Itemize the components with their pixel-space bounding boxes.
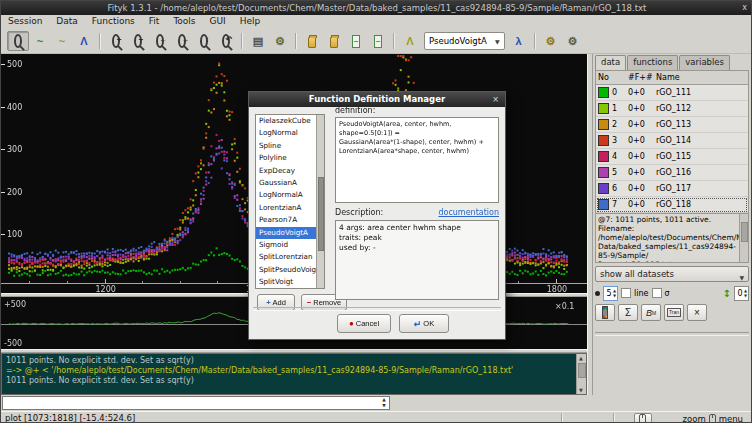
output-console[interactable]: 1011 points. No explicit std. dev. Set a… bbox=[1, 353, 587, 395]
table-row[interactable]: 20+0rGO_113 bbox=[596, 117, 748, 133]
zoom-mode-icon[interactable] bbox=[7, 31, 29, 51]
command-input[interactable] bbox=[2, 396, 390, 410]
formula-button[interactable]: BM bbox=[641, 304, 661, 321]
sidebar: datafunctionsvariables No#F+#Name00+0rGO… bbox=[593, 54, 752, 411]
zoom-vertical-icon[interactable]: ↕ bbox=[193, 31, 215, 51]
gui-config-icon[interactable]: ⚙ bbox=[269, 31, 291, 51]
table-row[interactable]: 60+0rGO_117 bbox=[596, 181, 748, 197]
dataset-color-swatch[interactable] bbox=[598, 87, 609, 98]
console-scrollbar[interactable]: ▲ ▼ bbox=[576, 354, 586, 394]
table-row[interactable]: 50+0rGO_116 bbox=[596, 165, 748, 181]
dataset-color-swatch[interactable] bbox=[598, 199, 609, 210]
add-function-icon[interactable]: λ bbox=[508, 31, 530, 51]
title-bar[interactable]: Fityk 1.3.1 - /home/aleplo/test/Document… bbox=[1, 1, 752, 15]
dialog-close-icon[interactable]: × bbox=[492, 92, 499, 107]
documentation-link[interactable]: documentation bbox=[438, 208, 499, 217]
plot-export-icon[interactable]: ~ bbox=[367, 31, 389, 51]
dataset-info-box[interactable]: @7: 1011 points, 1011 active.Filename: /… bbox=[595, 213, 749, 263]
point-size-stepper[interactable]: 5 ▲▼ bbox=[603, 286, 618, 301]
toolbar-separator bbox=[295, 33, 297, 49]
data-properties-icon[interactable]: ▤ bbox=[247, 31, 269, 51]
transform-button[interactable]: Tran bbox=[664, 304, 684, 321]
datasets-filter-dropdown[interactable]: show all datasets ▼ bbox=[595, 266, 749, 282]
line-checkbox[interactable] bbox=[621, 288, 631, 298]
menu-session[interactable]: Session bbox=[1, 15, 49, 27]
menu-fit[interactable]: Fit bbox=[142, 15, 167, 27]
table-row[interactable]: 00+0rGO_111 bbox=[596, 85, 748, 101]
menu-bar: SessionDataFunctionsFitToolsGUIHelp bbox=[1, 15, 752, 29]
function-type-select[interactable]: PseudoVoigtA▼ bbox=[424, 32, 505, 50]
ok-button[interactable]: ↵ OK bbox=[399, 314, 449, 333]
console-scroll-thumb[interactable] bbox=[578, 363, 586, 378]
function-list-item[interactable]: LogNormal bbox=[256, 127, 324, 139]
add-peak-mode-icon[interactable]: Λ bbox=[73, 31, 95, 51]
function-type-list[interactable]: PielaszekCubeLogNormalSplinePolylineExpD… bbox=[255, 114, 325, 289]
function-list-item[interactable]: Spline bbox=[256, 140, 324, 152]
zoom-left-icon[interactable]: ← bbox=[149, 31, 171, 51]
status-menu-hint: menu bbox=[719, 414, 743, 423]
close-dataset-button[interactable]: × bbox=[687, 304, 707, 321]
shift-stepper[interactable]: 0 ▲▼ bbox=[734, 286, 749, 301]
description-row: Description: documentation bbox=[335, 208, 499, 217]
zoom-in-icon[interactable]: + bbox=[105, 31, 127, 51]
definition-textarea[interactable]: PseudoVoigtA(area, center, hwhm, shape=0… bbox=[335, 117, 499, 203]
table-row[interactable]: 70+0rGO_118 bbox=[596, 197, 748, 213]
function-list-item[interactable]: GaussianA bbox=[256, 177, 324, 189]
dataset-color-swatch[interactable] bbox=[598, 183, 609, 194]
mouse-config-button[interactable] bbox=[634, 413, 652, 423]
menu-functions[interactable]: Functions bbox=[85, 15, 142, 27]
table-row[interactable]: 30+0rGO_114 bbox=[596, 133, 748, 149]
ok-button-label: OK bbox=[423, 319, 434, 328]
scroll-up-icon[interactable]: ▲ bbox=[577, 354, 585, 362]
open-session-icon[interactable] bbox=[323, 31, 345, 51]
menu-tools[interactable]: Tools bbox=[166, 15, 202, 27]
function-list-item[interactable]: ExpDecay bbox=[256, 165, 324, 177]
input-history-spinner[interactable]: ▲▼ bbox=[379, 397, 389, 409]
menu-help[interactable]: Help bbox=[233, 15, 268, 27]
function-list-item[interactable]: LogNormalA bbox=[256, 189, 324, 201]
tab-variables[interactable]: variables bbox=[679, 55, 730, 70]
function-list-item[interactable]: Pearson7A bbox=[256, 214, 324, 226]
fit-options-icon[interactable]: ⚙ bbox=[562, 31, 584, 51]
tab-data[interactable]: data bbox=[595, 55, 626, 70]
plot-curve-icon[interactable]: ~ bbox=[345, 31, 367, 51]
sum-button[interactable]: Σ bbox=[618, 304, 638, 321]
baseline-mode-icon[interactable]: ~ bbox=[51, 31, 73, 51]
window-close-icon[interactable]: x bbox=[742, 1, 747, 15]
sigma-checkbox[interactable] bbox=[652, 288, 662, 298]
zoom-vertical-icon: ↕ bbox=[200, 34, 208, 48]
cancel-button[interactable]: ● Cancel bbox=[337, 314, 391, 333]
menu-data[interactable]: Data bbox=[49, 15, 85, 27]
run-fit-icon[interactable]: ⚙ bbox=[540, 31, 562, 51]
zoom-previous-icon[interactable]: ↶ bbox=[215, 31, 237, 51]
tab-functions[interactable]: functions bbox=[627, 55, 678, 70]
function-list-item[interactable]: Polyline bbox=[256, 152, 324, 164]
dataset-color-swatch[interactable] bbox=[598, 167, 609, 178]
zoom-right-icon[interactable]: → bbox=[171, 31, 193, 51]
dataset-color-swatch[interactable] bbox=[598, 151, 609, 162]
table-row[interactable]: 10+0rGO_112 bbox=[596, 101, 748, 117]
function-list-item[interactable]: SplitLorentzian bbox=[256, 251, 324, 263]
function-list-item[interactable]: PseudoVoigtA bbox=[256, 227, 324, 239]
function-list-item[interactable]: PielaszekCube bbox=[256, 115, 324, 127]
minus-icon: − bbox=[307, 298, 311, 307]
data-range-mode-icon[interactable]: ~ bbox=[29, 31, 51, 51]
dataset-color-swatch[interactable] bbox=[598, 135, 609, 146]
dataset-color-swatch[interactable] bbox=[598, 103, 609, 114]
auto-add-peak-icon[interactable]: Λ bbox=[399, 31, 421, 51]
function-list-item[interactable]: LorentzianA bbox=[256, 202, 324, 214]
table-row[interactable]: 40+0rGO_115 bbox=[596, 149, 748, 165]
function-list-item[interactable]: Sigmoid bbox=[256, 239, 324, 251]
function-list-item[interactable]: SplitPseudoVoigt bbox=[256, 264, 324, 276]
console-line: =-> @+ < '/home/aleplo/test/Documents/Ch… bbox=[6, 366, 582, 376]
menu-gui[interactable]: GUI bbox=[203, 15, 233, 27]
function-list-item[interactable]: SplitVoigt bbox=[256, 276, 324, 288]
zoom-out-icon[interactable]: − bbox=[127, 31, 149, 51]
palette-button[interactable] bbox=[595, 304, 615, 321]
info-scrollbar[interactable] bbox=[739, 214, 748, 262]
function-list-scrollbar[interactable] bbox=[316, 115, 324, 288]
scroll-down-icon[interactable]: ▼ bbox=[577, 386, 585, 394]
dataset-color-swatch[interactable] bbox=[598, 119, 609, 130]
dialog-title-bar[interactable]: Function Definition Manager × bbox=[249, 92, 505, 107]
open-data-file-icon[interactable] bbox=[301, 31, 323, 51]
